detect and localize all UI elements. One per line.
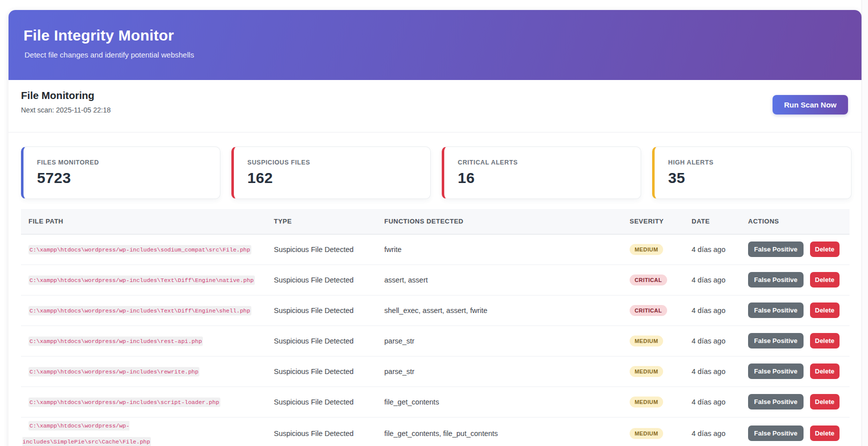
next-scan-label: Next scan: 2025-11-05 22:18	[21, 106, 862, 114]
actions-cell: False Positive Delete	[741, 234, 850, 264]
file-path-code: C:\xampp\htdocs\wordpress/wp-includes\Te…	[28, 276, 255, 285]
functions-cell: file_get_contents, file_put_contents	[377, 417, 622, 446]
file-path-cell: C:\xampp\htdocs\wordpress/wp-includes\re…	[21, 326, 266, 356]
false-positive-button[interactable]: False Positive	[748, 272, 804, 288]
functions-cell: parse_str	[377, 326, 622, 356]
severity-badge: MEDIUM	[630, 428, 663, 439]
stat-value: 5723	[37, 170, 220, 186]
stat-card-suspicious-files: SUSPICIOUS FILES 162	[231, 146, 431, 199]
functions-cell: parse_str	[377, 356, 622, 386]
false-positive-button[interactable]: False Positive	[748, 302, 804, 318]
app-banner: File Integrity Monitor Detect file chang…	[8, 10, 862, 80]
table-row: C:\xampp\htdocs\wordpress/wp-includes\Te…	[21, 264, 850, 295]
date-cell: 4 días ago	[684, 386, 741, 417]
table-row: C:\xampp\htdocs\wordpress/wp-includes\sc…	[21, 386, 850, 417]
file-path-cell: C:\xampp\htdocs\wordpress/wp-includes\re…	[21, 356, 266, 386]
type-cell: Suspicious File Detected	[266, 356, 377, 386]
file-path-cell: C:\xampp\htdocs\wordpress/wp-includes\Te…	[21, 264, 266, 295]
functions-cell: fwrite	[377, 234, 622, 264]
severity-cell: MEDIUM	[622, 356, 684, 386]
false-positive-button[interactable]: False Positive	[748, 394, 804, 410]
type-cell: Suspicious File Detected	[266, 295, 377, 326]
stat-value: 162	[247, 170, 430, 186]
column-header-severity: SEVERITY	[622, 209, 684, 234]
table-row: C:\xampp\htdocs\wordpress/wp-includes\Te…	[21, 295, 850, 326]
severity-cell: MEDIUM	[622, 234, 684, 264]
stats-row: FILES MONITORED 5723 SUSPICIOUS FILES 16…	[8, 132, 862, 199]
date-cell: 4 días ago	[684, 264, 741, 295]
severity-cell: MEDIUM	[622, 417, 684, 446]
severity-badge: MEDIUM	[630, 244, 663, 255]
type-cell: Suspicious File Detected	[266, 417, 377, 446]
table-row: C:\xampp\htdocs\wordpress/wp-includes\re…	[21, 356, 850, 386]
table-row: C:\xampp\htdocs\wordpress/wp-includes\Si…	[21, 417, 850, 446]
delete-button[interactable]: Delete	[810, 272, 840, 288]
column-header-date: DATE	[684, 209, 741, 234]
stat-value: 16	[458, 170, 641, 186]
severity-badge: MEDIUM	[630, 366, 663, 377]
alerts-table: FILE PATHTYPEFUNCTIONS DETECTEDSEVERITYD…	[21, 209, 850, 446]
file-path-cell: C:\xampp\htdocs\wordpress/wp-includes\Si…	[21, 417, 266, 446]
file-path-code: C:\xampp\htdocs\wordpress/wp-includes\so…	[28, 245, 251, 254]
functions-cell: assert, assert	[377, 264, 622, 295]
file-path-code: C:\xampp\htdocs\wordpress/wp-includes\re…	[28, 336, 203, 346]
column-header-type: TYPE	[266, 209, 377, 234]
false-positive-button[interactable]: False Positive	[748, 333, 804, 348]
type-cell: Suspicious File Detected	[266, 386, 377, 417]
severity-badge: CRITICAL	[630, 274, 667, 286]
file-path-cell: C:\xampp\htdocs\wordpress/wp-includes\Te…	[21, 295, 266, 326]
stat-card-files-monitored: FILES MONITORED 5723	[21, 146, 220, 199]
file-path-cell: C:\xampp\htdocs\wordpress/wp-includes\so…	[21, 234, 266, 264]
scrollbar[interactable]	[862, 0, 868, 446]
main-card: File Integrity Monitor Detect file chang…	[8, 10, 862, 446]
date-cell: 4 días ago	[684, 356, 741, 386]
delete-button[interactable]: Delete	[810, 242, 840, 257]
false-positive-button[interactable]: False Positive	[748, 364, 804, 379]
page-title: File Integrity Monitor	[23, 27, 862, 44]
column-header-actions: ACTIONS	[741, 209, 850, 234]
stat-label: SUSPICIOUS FILES	[247, 159, 430, 166]
severity-badge: MEDIUM	[630, 336, 663, 346]
date-cell: 4 días ago	[684, 326, 741, 356]
date-cell: 4 días ago	[684, 234, 741, 264]
date-cell: 4 días ago	[684, 417, 741, 446]
functions-cell: file_get_contents	[377, 386, 622, 417]
column-header-file-path: FILE PATH	[21, 209, 266, 234]
delete-button[interactable]: Delete	[810, 302, 840, 318]
delete-button[interactable]: Delete	[810, 426, 840, 441]
false-positive-button[interactable]: False Positive	[748, 242, 804, 257]
stat-label: CRITICAL ALERTS	[458, 159, 641, 166]
actions-cell: False Positive Delete	[741, 417, 850, 446]
stat-label: FILES MONITORED	[37, 159, 220, 166]
delete-button[interactable]: Delete	[810, 394, 840, 410]
actions-cell: False Positive Delete	[741, 356, 850, 386]
actions-cell: False Positive Delete	[741, 326, 850, 356]
page-subtitle: Detect file changes and identify potenti…	[24, 50, 862, 59]
severity-cell: CRITICAL	[622, 295, 684, 326]
severity-cell: MEDIUM	[622, 386, 684, 417]
section-title: File Monitoring	[21, 90, 862, 102]
file-path-code: C:\xampp\htdocs\wordpress/wp-includes\sc…	[28, 398, 220, 407]
file-path-code: C:\xampp\htdocs\wordpress/wp-includes\Si…	[22, 421, 151, 446]
severity-badge: MEDIUM	[630, 396, 663, 408]
table-header-row: FILE PATHTYPEFUNCTIONS DETECTEDSEVERITYD…	[21, 209, 850, 234]
functions-cell: shell_exec, assert, assert, fwrite	[377, 295, 622, 326]
table-row: C:\xampp\htdocs\wordpress/wp-includes\so…	[21, 234, 850, 264]
file-path-cell: C:\xampp\htdocs\wordpress/wp-includes\sc…	[21, 386, 266, 417]
monitoring-header: File Monitoring Next scan: 2025-11-05 22…	[8, 80, 862, 132]
stat-label: HIGH ALERTS	[668, 159, 851, 166]
column-header-functions-detected: FUNCTIONS DETECTED	[377, 209, 622, 234]
type-cell: Suspicious File Detected	[266, 326, 377, 356]
table-row: C:\xampp\htdocs\wordpress/wp-includes\re…	[21, 326, 850, 356]
delete-button[interactable]: Delete	[810, 333, 840, 348]
type-cell: Suspicious File Detected	[266, 234, 377, 264]
false-positive-button[interactable]: False Positive	[748, 426, 804, 441]
severity-badge: CRITICAL	[630, 305, 667, 316]
actions-cell: False Positive Delete	[741, 264, 850, 295]
run-scan-button[interactable]: Run Scan Now	[773, 95, 848, 114]
file-path-code: C:\xampp\htdocs\wordpress/wp-includes\Te…	[28, 306, 251, 316]
severity-cell: MEDIUM	[622, 326, 684, 356]
delete-button[interactable]: Delete	[810, 364, 840, 379]
actions-cell: False Positive Delete	[741, 295, 850, 326]
actions-cell: False Positive Delete	[741, 386, 850, 417]
